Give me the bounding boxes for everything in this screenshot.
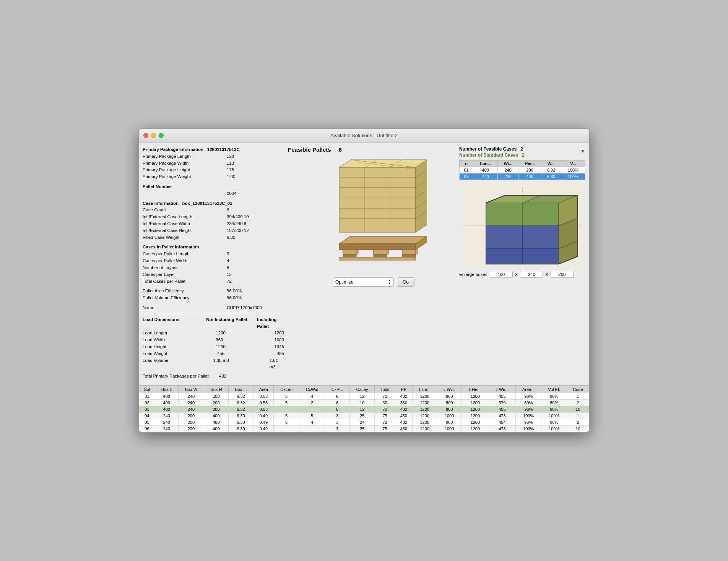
col-w: W... <box>541 160 561 167</box>
cases-row-08[interactable]: 08 240 200 400 6.30 100% <box>460 173 585 180</box>
th-vol-ef: Vol Ef. <box>541 386 567 393</box>
svg-rect-31 <box>343 254 356 257</box>
traffic-lights <box>143 133 164 138</box>
col-v: V... <box>561 160 585 167</box>
cases-table-header: n Len... Wi... Hei... W... V... <box>460 160 585 167</box>
optimize-row: Optimize ▲ ▼ Go <box>333 277 414 287</box>
efficiency-section: Pallet Area Efficiency 96.00% Pallet Vol… <box>143 288 284 302</box>
pkg-weight-row: Primary Package Weight 1.00 <box>143 173 284 180</box>
go-button[interactable]: Go <box>397 277 414 287</box>
x-separator-1: X <box>515 272 518 277</box>
pkg-height-row: Primary Package Height 175 <box>143 167 284 173</box>
svg-rect-33 <box>402 254 416 257</box>
col-hei: Hei... <box>518 160 541 167</box>
th-cxlen: CxLen <box>274 386 299 393</box>
table-row[interactable]: 014002402006.320.53346127243212009601200… <box>139 393 589 400</box>
table-row[interactable]: 034002402006.320.53612724321200960120045… <box>139 406 589 413</box>
svg-marker-26 <box>339 244 416 250</box>
th-code: Code <box>567 386 589 393</box>
bottom-table-container: Sol Box L Box W Box H Box ... Area CxLen… <box>139 385 589 432</box>
maximize-button[interactable] <box>159 133 164 138</box>
pallet-number-label: Pallet Number <box>143 183 284 190</box>
load-weight-row: Load Weight 455 485 <box>143 350 284 357</box>
svg-marker-42 <box>486 249 522 264</box>
th-pp: PP <box>395 386 413 393</box>
cip-layers-row: Number of Layers 6 <box>143 264 284 271</box>
svg-marker-38 <box>486 203 522 226</box>
close-button[interactable] <box>143 133 148 138</box>
pkg-width-row: Primary Package Width 113 <box>143 160 284 167</box>
standard-cases-line: Number of Standard Cases 2 <box>459 152 580 158</box>
th-sol: Sol <box>139 386 155 393</box>
col-wi: Wi... <box>498 160 518 167</box>
main-window: Available Solutions - Untitled 2 Primary… <box>138 128 590 433</box>
cip-per-layer-row: Cases per Layer 12 <box>143 271 284 278</box>
th-l-wi: L Wi... <box>437 386 462 393</box>
svg-rect-28 <box>343 250 356 254</box>
load-volume-row: Load Volume 1.38 m3 1.61 m3 <box>143 357 284 371</box>
main-area: Primary Package Information 128011317513… <box>139 143 589 384</box>
th-l-we: L We... <box>489 386 515 393</box>
th-box-w: Box W <box>178 386 204 393</box>
table-row[interactable]: 024002402006.320.53526106036012008001200… <box>139 400 589 406</box>
primary-package-header: Primary Package Information 128011317513… <box>143 146 284 153</box>
pallet-visualization <box>320 156 427 274</box>
pkg-length-row: Primary Package Length 128 <box>143 153 284 160</box>
svg-rect-29 <box>374 250 387 254</box>
svg-marker-41 <box>522 226 559 249</box>
enlarge-y-input[interactable] <box>520 271 543 278</box>
case-weight-row: Filled Case Weight 6.32 <box>143 234 284 241</box>
th-cxlay: CxLay <box>349 386 375 393</box>
svg-marker-39 <box>522 203 559 226</box>
cip-length-row: Cases per Pallet Length 3 <box>143 251 284 258</box>
th-box-h: Box H <box>204 386 229 393</box>
enlarge-label: Enlarge boxes <box>459 272 487 277</box>
table-row[interactable]: 042402004006.300.49553257545012001000120… <box>139 413 589 419</box>
th-cxwid: CxWid <box>299 386 325 393</box>
load-height-row: Load Height 1200 1345 <box>143 344 284 350</box>
case-height-row: Int./External Case Height 187/200 12 <box>143 227 284 234</box>
cip-width-row: Cases per Pallet Width 4 <box>143 258 284 264</box>
enlarge-x-input[interactable] <box>490 271 513 278</box>
svg-marker-43 <box>522 249 559 264</box>
svg-rect-32 <box>374 254 387 257</box>
th-area: Area <box>253 386 274 393</box>
th-l-hei: L Hei... <box>462 386 489 393</box>
col-n: n <box>460 160 473 167</box>
optimize-select[interactable]: Optimize ▲ ▼ <box>333 277 394 287</box>
svg-rect-30 <box>402 250 416 254</box>
table-row[interactable]: 062402004006.300.49325754501200100012004… <box>139 426 589 432</box>
feasible-info: Number of Feasible Cases 2 Number of Sta… <box>459 146 580 158</box>
load-width-row: Load Width 960 1000 <box>143 337 284 344</box>
window-title: Available Solutions - Untitled 2 <box>330 133 398 138</box>
middle-panel: Feasible Pallets 6 <box>288 146 459 380</box>
th-area-e: Area... <box>515 386 541 393</box>
load-dims-section: Load Dimensions Not Including Pallet Inc… <box>143 314 284 380</box>
cases-table: n Len... Wi... Hei... W... V... 01 400 2 <box>459 160 585 180</box>
cases-row-01[interactable]: 01 400 240 200 6.32 100% <box>460 167 585 173</box>
left-panel: Primary Package Information 128011317513… <box>143 146 288 380</box>
svg-marker-8 <box>416 160 427 232</box>
content-area: Primary Package Information 128011317513… <box>139 143 589 432</box>
load-dims-header: Load Dimensions Not Including Pallet Inc… <box>143 316 284 330</box>
titlebar: Available Solutions - Untitled 2 <box>139 129 589 143</box>
table-row[interactable]: 052402004006.300.49643247243212009601200… <box>139 419 589 426</box>
enlarge-z-input[interactable] <box>551 271 574 278</box>
cip-total-row: Total Cases per Pallet 72 <box>143 278 284 285</box>
case-info-section: Case Information box_128011317513C_01 Ca… <box>143 200 284 241</box>
right-panel: Number of Feasible Cases 2 Number of Sta… <box>459 146 585 380</box>
x-separator-2: X <box>545 272 548 277</box>
th-total: Total <box>375 386 395 393</box>
minimize-button[interactable] <box>151 133 156 138</box>
right-top: Number of Feasible Cases 2 Number of Sta… <box>459 146 585 158</box>
data-table: Sol Box L Box W Box H Box ... Area CxLen… <box>139 386 589 432</box>
pallet-number-row: 0004 <box>143 190 284 197</box>
col-len: Len... <box>473 160 498 167</box>
name-section: Name CHEP 1200x1000 <box>143 305 284 311</box>
th-box-l: Box L <box>155 386 178 393</box>
case-count-row: Case Count 6 <box>143 207 284 214</box>
dropdown-arrow-icon[interactable]: ▼ <box>580 148 585 154</box>
case-info-header: Case Information box_128011317513C_01 <box>143 200 284 207</box>
box-visualization <box>463 184 582 268</box>
svg-marker-40 <box>486 226 522 249</box>
